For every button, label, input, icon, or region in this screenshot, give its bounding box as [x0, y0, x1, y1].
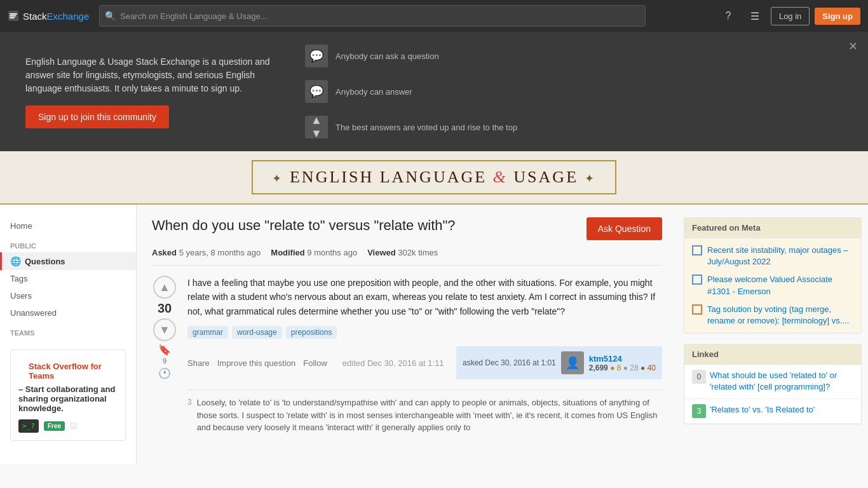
signup-button[interactable]: Sign up: [815, 8, 860, 25]
sidebar-section-public: PUBLIC: [0, 234, 136, 252]
teams-link[interactable]: Stack Overflow for Teams: [18, 358, 118, 384]
meta-link-3[interactable]: Tag solution by voting (tag merge, renam…: [707, 304, 853, 327]
comment-area: 3 Loosely, to 'relate to' is 'to underst…: [187, 390, 662, 434]
linked-score-1: 0: [692, 370, 706, 384]
edited-info: edited Dec 30, 2016 at 1:11: [342, 358, 444, 368]
banner-feature-vote: ▲▼ The best answers are voted up and ris…: [305, 116, 517, 139]
comment-text: Loosely, to 'relate to' is 'to understan…: [197, 396, 662, 434]
sidebar-item-users[interactable]: Users: [0, 287, 136, 304]
site-logo[interactable]: StackExchange: [8, 10, 89, 22]
comment-item: 3 Loosely, to 'relate to' is 'to underst…: [187, 396, 662, 434]
content-area: When do you use "relate to" versus "rela…: [137, 205, 677, 464]
sidebar-item-home[interactable]: Home: [0, 217, 136, 234]
teams-box: Stack Overflow for Teams – Start collabo…: [10, 349, 126, 441]
vote-up-button[interactable]: ▲: [153, 276, 176, 299]
tag-prepositions[interactable]: prepositions: [286, 326, 337, 339]
meta-link-2[interactable]: Please welcome Valued Associate #1301 - …: [707, 274, 853, 297]
meta-icon-2: [692, 274, 702, 285]
search-bar: 🔍: [99, 5, 646, 27]
meta-asked: Asked 5 years, 8 months ago: [152, 248, 261, 257]
ask-question-button[interactable]: Ask Question: [587, 217, 662, 240]
linked-link-1[interactable]: What should be used 'related to' or 'rel…: [710, 370, 853, 393]
gold-badges: ● 8: [610, 363, 621, 372]
sidebar-item-unanswered[interactable]: Unanswered: [0, 304, 136, 322]
history-button[interactable]: 🕐: [158, 367, 171, 379]
site-title-ampersand: &: [493, 168, 514, 186]
meta-item-1: Recent site instability, major outages –…: [692, 245, 853, 268]
bookmark-button[interactable]: 🔖 9: [158, 344, 171, 365]
sidebar-item-tags[interactable]: Tags: [0, 270, 136, 287]
meta-item-3: Tag solution by voting (tag merge, renam…: [692, 304, 853, 327]
meta-link-1[interactable]: Recent site instability, major outages –…: [707, 245, 853, 268]
user-info: ktm5124 2,699 ● 8 ● 28 ● 40: [589, 354, 656, 372]
question-meta: Asked 5 years, 8 months ago Modified 9 m…: [152, 248, 662, 266]
tag-word-usage[interactable]: word-usage: [232, 326, 282, 339]
post-user-card: asked Dec 30, 2016 at 1:01 👤 ktm5124 2,6…: [456, 346, 662, 379]
deco-right: ✦: [585, 172, 596, 186]
featured-meta-content: Recent site instability, major outages –…: [684, 238, 861, 333]
sidebar-section-teams: TEAMS: [0, 322, 136, 339]
terminal-icon: >_?: [18, 419, 39, 433]
deco-left: ✦: [272, 172, 283, 186]
follow-link[interactable]: Follow: [303, 358, 327, 368]
logo-exchange: Exchange: [47, 11, 90, 22]
post-actions-left: Share Improve this question Follow: [187, 358, 327, 368]
linked-link-2[interactable]: 'Relates to' vs. 'Is Related to': [710, 404, 815, 416]
site-title-part1: ENGLISH LANGUAGE: [290, 168, 487, 186]
user-badges: 2,699 ● 8 ● 28 ● 40: [589, 363, 656, 372]
banner-feature-answer: 💬 Anybody can answer: [305, 80, 517, 103]
banner-close-button[interactable]: ✕: [848, 39, 858, 53]
meta-item-2: Please welcome Valued Associate #1301 - …: [692, 274, 853, 297]
logo-stack: Stack: [23, 11, 47, 22]
tags-list: grammar word-usage prepositions: [187, 326, 662, 339]
vote-down-button[interactable]: ▼: [153, 318, 176, 341]
post-actions: Share Improve this question Follow edite…: [187, 346, 662, 379]
improve-link[interactable]: Improve this question: [217, 358, 296, 368]
vote-count: 30: [158, 301, 172, 316]
question-header: When do you use "relate to" versus "rela…: [152, 217, 662, 240]
login-button[interactable]: Log in: [771, 7, 810, 25]
share-link[interactable]: Share: [187, 358, 210, 368]
comment-number: 3: [187, 396, 192, 434]
post-body: I have a feeling that maybe you use one …: [187, 276, 662, 438]
banner-text: English Language & Usage Stack Exchange …: [25, 55, 280, 128]
meta-modified: Modified 9 months ago: [271, 248, 357, 257]
avatar: 👤: [561, 351, 584, 374]
asked-by-label: asked Dec 30, 2016 at 1:01: [463, 358, 556, 367]
linked-item-2: 3 'Relates to' vs. 'Is Related to': [684, 399, 861, 424]
meta-icon-1: [692, 245, 702, 255]
banner-signup-button[interactable]: Sign up to join this community: [25, 105, 169, 128]
tag-grammar[interactable]: grammar: [187, 326, 228, 339]
signup-banner: English Language & Usage Stack Exchange …: [0, 32, 868, 151]
sidebar-item-questions[interactable]: 🌐 Questions: [0, 252, 136, 270]
banner-features: 💬 Anybody can ask a question 💬 Anybody c…: [305, 44, 517, 139]
inbox-button[interactable]: ☰: [744, 5, 766, 27]
teams-box-title: Stack Overflow for Teams – Start collabo…: [18, 358, 118, 413]
teams-description: – Start collaborating and sharing organi…: [18, 384, 115, 413]
free-badge: Free: [44, 421, 65, 431]
meta-icon-3: [692, 304, 702, 315]
bronze-badges: ● 40: [641, 363, 656, 372]
silver-badges: ● 28: [623, 363, 639, 372]
svg-rect-2: [10, 13, 17, 15]
linked-box: Linked 0 What should be used 'related to…: [684, 344, 862, 424]
question-title: When do you use "relate to" versus "rela…: [152, 217, 574, 234]
question-body: I have a feeling that maybe you use one …: [187, 276, 662, 318]
search-input[interactable]: [99, 5, 646, 27]
bookmark-icon: 🔖: [158, 344, 171, 356]
sidebar-item-questions-label: Questions: [25, 257, 65, 266]
banner-feature-answer-label: Anybody can answer: [336, 87, 412, 97]
svg-rect-3: [10, 17, 15, 18]
help-button[interactable]: ?: [717, 5, 739, 27]
svg-rect-1: [10, 15, 16, 17]
post-container: ▲ 30 ▼ 🔖 9 🕐 I have a feeling that maybe…: [152, 276, 662, 438]
featured-meta-header: Featured on Meta: [684, 218, 861, 238]
bookmark-count: 9: [163, 357, 166, 365]
banner-feature-ask: 💬 Anybody can ask a question: [305, 44, 517, 67]
right-sidebar: Featured on Meta Recent site instability…: [677, 205, 868, 464]
history-icon: 🕐: [158, 368, 171, 379]
banner-description: English Language & Usage Stack Exchange …: [25, 55, 280, 95]
site-title: ✦ ENGLISH LANGUAGE & USAGE ✦: [272, 168, 595, 187]
username[interactable]: ktm5124: [589, 354, 656, 363]
linked-score-2: 3: [692, 404, 706, 418]
